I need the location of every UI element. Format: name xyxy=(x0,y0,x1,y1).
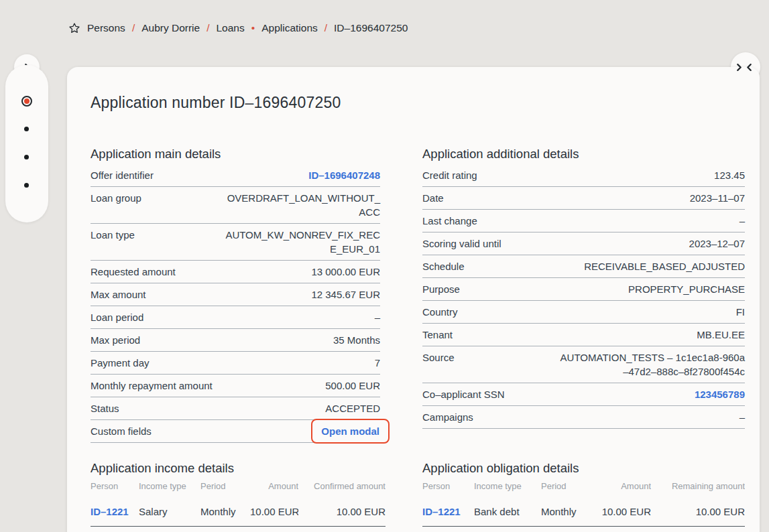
remaining-amount-cell: 10.00 EUR xyxy=(651,506,745,517)
detail-value: OVERDRAFT_LOAN_WITHOUT_ACC xyxy=(224,191,380,219)
column-header-period: Period xyxy=(541,481,590,491)
detail-value: MB.EU.EE xyxy=(558,328,745,342)
detail-label: Status xyxy=(91,401,224,415)
breadcrumb-item-current-id: ID–1696407250 xyxy=(334,22,408,34)
sidebar-item-dot-icon[interactable] xyxy=(24,127,29,131)
chevron-right-icon[interactable] xyxy=(735,64,743,71)
application-detail-card: Application number ID–1696407250 Applica… xyxy=(67,67,760,532)
breadcrumb-item-persons[interactable]: Persons xyxy=(87,22,125,34)
panel-collapse-controls xyxy=(735,64,753,71)
detail-row-purpose: Purpose PROPERTY_PURCHASE xyxy=(422,278,745,301)
detail-row-source: Source AUTOMATION_TESTS – 1c1ec1a8-960a–… xyxy=(422,346,745,383)
detail-row-scoring-valid-until: Scoring valid until 2023–12–07 xyxy=(422,232,745,255)
detail-label: Max amount xyxy=(91,287,224,302)
detail-row-credit-rating: Credit rating 123.45 xyxy=(422,164,745,187)
detail-row-requested-amount: Requested amount 13 000.00 EUR xyxy=(91,261,380,283)
detail-row-status: Status ACCEPTED xyxy=(91,397,380,420)
detail-label: Payment day xyxy=(91,356,224,370)
income-type-cell: Salary xyxy=(139,506,200,517)
breadcrumb: Persons / Aubry Dorrie / Loans • Applica… xyxy=(68,21,408,36)
detail-value: 35 Months xyxy=(224,333,380,347)
detail-label: Co–applicant SSN xyxy=(422,387,558,401)
detail-row-schedule: Schedule RECEIVABLE_BASED_ADJUSTED xyxy=(422,255,745,278)
breadcrumb-separator-slash: / xyxy=(206,22,209,34)
detail-label: Offer identifier xyxy=(91,168,224,182)
column-header-person: Person xyxy=(91,481,139,491)
detail-row-monthly-repayment: Monthly repayment amount 500.00 EUR xyxy=(91,375,380,397)
detail-row-custom-fields: Custom fields Open modal xyxy=(91,420,380,443)
column-header-remaining-amount: Remaining amount xyxy=(651,481,745,491)
column-header-income-type: Income type xyxy=(474,481,541,491)
detail-value: RECEIVABLE_BASED_ADJUSTED xyxy=(558,259,745,273)
detail-label: Date xyxy=(422,191,558,205)
application-main-details-section: Application main details Offer identifie… xyxy=(91,146,380,443)
section-title-additional-details: Application additional details xyxy=(422,146,745,162)
chevron-left-icon[interactable] xyxy=(746,64,753,71)
detail-value: – xyxy=(558,410,745,424)
period-cell: Monthly xyxy=(200,506,250,517)
amount-cell: 10.00 EUR xyxy=(250,506,298,517)
detail-value: – xyxy=(558,214,745,228)
detail-label: Scoring valid until xyxy=(422,237,558,251)
co-applicant-ssn-link[interactable]: 123456789 xyxy=(558,387,745,401)
detail-label: Max period xyxy=(91,333,224,347)
section-title-income-details: Application income details xyxy=(91,460,386,476)
detail-value: 7 xyxy=(224,356,380,370)
active-dot xyxy=(24,98,29,104)
detail-label: Country xyxy=(422,305,558,319)
column-header-confirmed-amount: Confirmed amount xyxy=(298,481,386,491)
breadcrumb-item-applications[interactable]: Applications xyxy=(261,22,318,34)
sidebar-nav xyxy=(5,65,48,222)
detail-row-loan-type: Loan type AUTOM_KW_NONREV_FIX_RECE_EUR_0… xyxy=(91,224,380,261)
breadcrumb-item-loans[interactable]: Loans xyxy=(217,22,245,34)
status-value: ACCEPTED xyxy=(224,401,380,415)
sidebar-item-dot-icon[interactable] xyxy=(24,183,29,188)
detail-row-payment-day: Payment day 7 xyxy=(91,352,380,375)
detail-value: 500.00 EUR xyxy=(224,379,380,393)
detail-row-country: Country FI xyxy=(422,301,745,324)
detail-value: – xyxy=(224,310,380,324)
breadcrumb-separator-slash: / xyxy=(132,22,135,34)
breadcrumb-separator-bullet: • xyxy=(251,22,255,34)
obligation-table-header: Person Income type Period Amount Remaini… xyxy=(422,476,745,496)
breadcrumb-separator-slash: / xyxy=(324,22,327,34)
person-id-link[interactable]: ID–1221 xyxy=(91,506,139,517)
breadcrumb-item-person-name[interactable]: Aubry Dorrie xyxy=(141,22,200,34)
detail-row-offer-identifier: Offer identifier ID–1696407248 xyxy=(91,164,380,187)
detail-row-loan-period: Loan period – xyxy=(91,306,380,329)
column-header-income-type: Income type xyxy=(139,481,200,491)
income-type-cell: Bank debt xyxy=(474,506,541,517)
detail-value: AUTOM_KW_NONREV_FIX_RECE_EUR_01 xyxy=(224,228,380,256)
offer-identifier-link[interactable]: ID–1696407248 xyxy=(224,168,380,182)
detail-row-max-amount: Max amount 12 345.67 EUR xyxy=(91,283,380,306)
application-obligation-details-section: Application obligation details Person In… xyxy=(422,460,745,527)
application-income-details-section: Application income details Person Income… xyxy=(91,460,386,527)
detail-label: Tenant xyxy=(422,328,558,342)
section-title-obligation-details: Application obligation details xyxy=(422,460,745,476)
sidebar-item-dot-icon[interactable] xyxy=(24,155,29,159)
open-modal-link[interactable]: Open modal xyxy=(321,425,379,437)
detail-row-last-change: Last change – xyxy=(422,210,745,232)
detail-value: 2023–12–07 xyxy=(558,237,745,251)
application-additional-details-section: Application additional details Credit ra… xyxy=(422,146,745,443)
detail-value: 123.45 xyxy=(558,168,745,182)
detail-row-campaigns: Campaigns – xyxy=(422,406,745,429)
obligation-table-row: ID–1221 Bank debt Monthly 10.00 EUR 10.0… xyxy=(422,496,745,527)
detail-value: 13 000.00 EUR xyxy=(224,265,380,279)
person-id-link[interactable]: ID–1221 xyxy=(422,506,474,517)
detail-label: Credit rating xyxy=(422,168,558,182)
detail-row-co-applicant-ssn: Co–applicant SSN 123456789 xyxy=(422,383,745,406)
column-header-person: Person xyxy=(422,481,474,491)
detail-value: AUTOMATION_TESTS – 1c1ec1a8-960a–47d2–88… xyxy=(558,350,745,379)
sidebar-item-active-radio-icon[interactable] xyxy=(21,96,32,107)
detail-label: Source xyxy=(422,350,558,364)
detail-row-max-period: Max period 35 Months xyxy=(91,329,380,352)
page-title: Application number ID–1696407250 xyxy=(91,92,745,113)
column-header-amount: Amount xyxy=(590,481,651,491)
confirmed-amount-cell: 10.00 EUR xyxy=(298,506,386,517)
detail-row-tenant: Tenant MB.EU.EE xyxy=(422,324,745,346)
detail-label: Last change xyxy=(422,214,558,228)
detail-row-loan-group: Loan group OVERDRAFT_LOAN_WITHOUT_ACC xyxy=(91,187,380,224)
detail-label: Monthly repayment amount xyxy=(91,379,224,393)
favorite-star-icon[interactable] xyxy=(68,22,80,34)
